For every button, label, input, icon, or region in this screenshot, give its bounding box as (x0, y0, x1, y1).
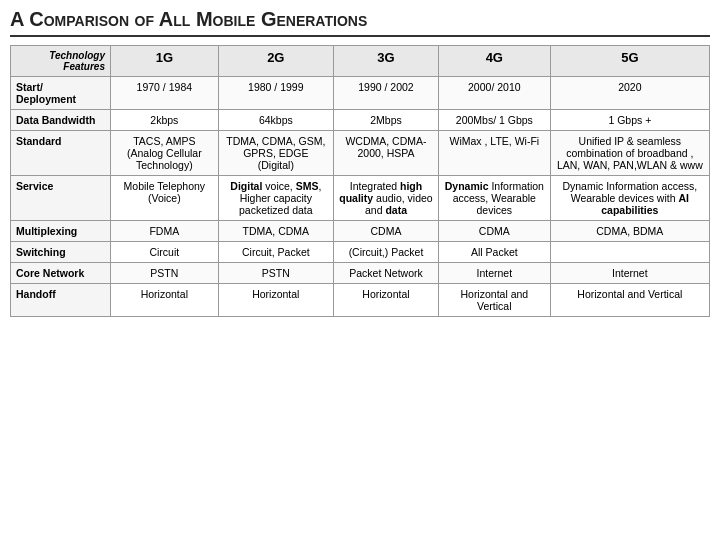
cell-4-0: FDMA (111, 221, 219, 242)
table-row: StandardTACS, AMPS (Analog Cellular Tech… (11, 131, 710, 176)
page-title: A Comparison of All Mobile Generations (10, 8, 710, 37)
cell-2-0: TACS, AMPS (Analog Cellular Technology) (111, 131, 219, 176)
cell-4-4: CDMA, BDMA (550, 221, 709, 242)
cell-3-4: Dynamic Information access, Wearable dev… (550, 176, 709, 221)
cell-5-3: All Packet (438, 242, 550, 263)
cell-0-3: 2000/ 2010 (438, 77, 550, 110)
col-header-1g: 1G (111, 46, 219, 77)
cell-7-2: Horizontal (333, 284, 438, 317)
cell-4-3: CDMA (438, 221, 550, 242)
feature-label: Multiplexing (11, 221, 111, 242)
cell-5-2: (Circuit,) Packet (333, 242, 438, 263)
cell-0-0: 1970 / 1984 (111, 77, 219, 110)
table-row: HandoffHorizontalHorizontalHorizontalHor… (11, 284, 710, 317)
feature-label: Switching (11, 242, 111, 263)
cell-6-1: PSTN (218, 263, 333, 284)
cell-6-2: Packet Network (333, 263, 438, 284)
cell-1-2: 2Mbps (333, 110, 438, 131)
cell-1-4: 1 Gbps + (550, 110, 709, 131)
cell-0-4: 2020 (550, 77, 709, 110)
cell-7-3: Horizontal and Vertical (438, 284, 550, 317)
cell-3-2: Integrated high quality audio, video and… (333, 176, 438, 221)
cell-2-4: Unified IP & seamless combination of bro… (550, 131, 709, 176)
table-row: Start/ Deployment1970 / 19841980 / 19991… (11, 77, 710, 110)
feature-label: Handoff (11, 284, 111, 317)
cell-5-1: Circuit, Packet (218, 242, 333, 263)
cell-4-2: CDMA (333, 221, 438, 242)
feature-label: Data Bandwidth (11, 110, 111, 131)
cell-1-3: 200Mbs/ 1 Gbps (438, 110, 550, 131)
table-row: ServiceMobile Telephony (Voice)Digital v… (11, 176, 710, 221)
cell-6-4: Internet (550, 263, 709, 284)
cell-3-0: Mobile Telephony (Voice) (111, 176, 219, 221)
cell-7-0: Horizontal (111, 284, 219, 317)
cell-3-1: Digital voice, SMS, Higher capacity pack… (218, 176, 333, 221)
cell-7-1: Horizontal (218, 284, 333, 317)
feature-label: Standard (11, 131, 111, 176)
feature-label: Service (11, 176, 111, 221)
cell-0-1: 1980 / 1999 (218, 77, 333, 110)
cell-2-1: TDMA, CDMA, GSM, GPRS, EDGE (Digital) (218, 131, 333, 176)
table-row: SwitchingCircuitCircuit, Packet(Circuit,… (11, 242, 710, 263)
features-header: TechnologyFeatures (11, 46, 111, 77)
col-header-5g: 5G (550, 46, 709, 77)
table-row: Data Bandwidth2kbps64kbps2Mbps200Mbs/ 1 … (11, 110, 710, 131)
cell-5-4 (550, 242, 709, 263)
page-container: A Comparison of All Mobile Generations T… (0, 0, 720, 325)
cell-2-3: WiMax , LTE, Wi-Fi (438, 131, 550, 176)
cell-5-0: Circuit (111, 242, 219, 263)
cell-4-1: TDMA, CDMA (218, 221, 333, 242)
col-header-3g: 3G (333, 46, 438, 77)
table-row: Core NetworkPSTNPSTNPacket NetworkIntern… (11, 263, 710, 284)
cell-3-3: Dynamic Information access, Wearable dev… (438, 176, 550, 221)
cell-2-2: WCDMA, CDMA-2000, HSPA (333, 131, 438, 176)
table-row: MultiplexingFDMATDMA, CDMACDMACDMACDMA, … (11, 221, 710, 242)
comparison-table: TechnologyFeatures 1G 2G 3G 4G 5G Start/… (10, 45, 710, 317)
col-header-2g: 2G (218, 46, 333, 77)
feature-label: Start/ Deployment (11, 77, 111, 110)
cell-1-1: 64kbps (218, 110, 333, 131)
feature-label: Core Network (11, 263, 111, 284)
cell-6-0: PSTN (111, 263, 219, 284)
cell-6-3: Internet (438, 263, 550, 284)
cell-7-4: Horizontal and Vertical (550, 284, 709, 317)
cell-1-0: 2kbps (111, 110, 219, 131)
col-header-4g: 4G (438, 46, 550, 77)
cell-0-2: 1990 / 2002 (333, 77, 438, 110)
